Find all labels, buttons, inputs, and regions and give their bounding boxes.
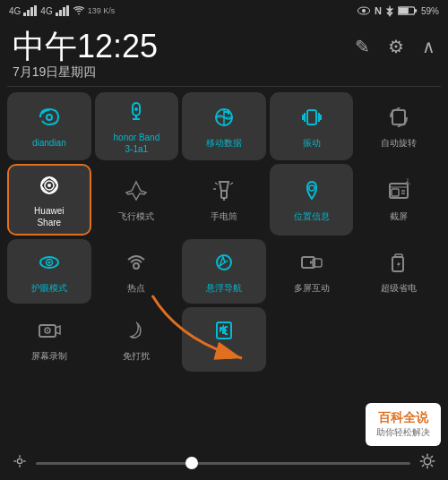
svg-point-51 [47, 261, 50, 264]
toggle-nfc[interactable]: NFC [182, 307, 266, 372]
vibrate-label: 振动 [303, 137, 321, 149]
airplane-icon [123, 178, 150, 207]
screenshot-label: 截屏 [390, 210, 408, 222]
toggle-honor-band[interactable]: honor Band3-1a1 [95, 92, 179, 160]
brightness-bar [0, 453, 448, 473]
toggle-eye-comfort[interactable]: 护眼模式 [7, 239, 91, 304]
honor-band-label: honor Band3-1a1 [114, 132, 160, 155]
svg-rect-7 [66, 5, 69, 16]
signal-4g-1: 4G [9, 6, 21, 16]
vibrate-icon [298, 105, 325, 133]
screen-record-icon [36, 318, 63, 347]
honor-band-icon [123, 99, 150, 128]
signal-bars-1 [23, 5, 38, 16]
huawei-share-label: HuaweiShare [34, 205, 64, 228]
svg-point-72 [17, 459, 22, 463]
brightness-track[interactable] [36, 462, 410, 465]
nfc-label: NFC [215, 350, 234, 362]
toggle-dnd[interactable]: 免打扰 [95, 307, 179, 372]
current-date: 7月19日星期四 [13, 64, 158, 81]
nfc-status-icon: N [375, 5, 382, 16]
airplane-label: 飞行模式 [118, 210, 154, 222]
baike-popup[interactable]: 百科全说 助你轻松解决 [366, 403, 441, 446]
baike-title: 百科全说 [376, 410, 430, 426]
toggle-airplane[interactable]: 飞行模式 [95, 164, 179, 236]
svg-rect-6 [63, 7, 65, 16]
auto-rotate-icon [385, 105, 412, 133]
svg-rect-5 [59, 10, 62, 16]
signal-bars-2 [56, 5, 70, 16]
toggle-mobile-data[interactable]: 移动数据 [182, 92, 266, 160]
svg-line-83 [431, 465, 433, 467]
brightness-max-icon [419, 453, 435, 473]
location-icon [298, 178, 325, 207]
eye-comfort-label: 护眼模式 [31, 282, 67, 294]
svg-rect-3 [34, 5, 37, 16]
toggle-flashlight[interactable]: 手电筒 [182, 164, 266, 236]
time-right-controls: ✎ ⚙ ∧ [355, 29, 435, 57]
toggle-huawei-share[interactable]: HuaweiShare [7, 164, 91, 236]
toggle-location[interactable]: 位置信息 [270, 164, 354, 236]
mobile-data-label: 移动数据 [206, 137, 242, 149]
svg-point-13 [47, 115, 52, 120]
svg-rect-1 [27, 10, 30, 16]
quick-toggles-grid: diandian honor Band3-1a1 移动数据 [0, 87, 448, 377]
brightness-min-icon [13, 454, 27, 472]
flashlight-icon [211, 178, 237, 207]
dnd-icon [123, 318, 150, 347]
floating-nav-label: 悬浮导航 [206, 282, 242, 294]
diandian-icon [36, 105, 63, 133]
eye-comfort-icon [36, 250, 63, 279]
toggle-screen-record[interactable]: 屏幕录制 [7, 307, 91, 372]
status-right: N 59% [357, 4, 439, 17]
svg-point-15 [134, 107, 138, 111]
huawei-share-icon [36, 173, 63, 201]
diandian-label: diandian [32, 137, 66, 149]
svg-rect-34 [221, 191, 227, 198]
svg-rect-2 [30, 7, 33, 16]
auto-rotate-label: 自动旋转 [381, 137, 417, 149]
speed-label: 139 K/s [88, 6, 116, 15]
status-left: 4G 4G 139 K/s [9, 5, 115, 16]
signal-4g-2: 4G [40, 6, 52, 16]
svg-line-85 [422, 465, 424, 467]
eye-status-icon [357, 5, 371, 16]
hotspot-icon [123, 250, 150, 279]
edit-icon[interactable]: ✎ [355, 36, 370, 57]
collapse-icon[interactable]: ∧ [422, 36, 435, 57]
floating-nav-icon [211, 250, 237, 279]
time-area: 中午12:25 7月19日星期四 ✎ ⚙ ∧ [0, 21, 448, 86]
svg-rect-12 [399, 8, 409, 14]
svg-marker-63 [56, 326, 60, 334]
svg-point-65 [47, 330, 48, 331]
svg-rect-11 [415, 9, 418, 12]
settings-icon[interactable]: ⚙ [388, 36, 404, 57]
svg-point-40 [309, 185, 314, 191]
svg-point-52 [134, 263, 139, 269]
toggle-screenshot[interactable]: 截屏 [357, 164, 441, 236]
battery-status-icon [398, 5, 418, 16]
toggle-super-save[interactable]: 超级省电 [357, 239, 441, 304]
nfc-icon [211, 318, 237, 347]
svg-rect-23 [307, 110, 316, 124]
super-save-icon [385, 250, 412, 279]
toggle-multi-screen[interactable]: 多屏互动 [270, 239, 354, 304]
screenshot-icon [385, 178, 412, 207]
wifi-icon [73, 5, 85, 16]
svg-line-84 [431, 456, 433, 458]
toggle-hotspot[interactable]: 热点 [95, 239, 179, 304]
brightness-thumb[interactable] [185, 457, 198, 469]
svg-marker-35 [220, 182, 228, 191]
screen-record-label: 屏幕录制 [31, 350, 67, 362]
toggle-diandian[interactable]: diandian [7, 92, 91, 160]
toggle-floating-nav[interactable]: 悬浮导航 [182, 239, 266, 304]
dnd-label: 免打扰 [123, 350, 150, 362]
toggle-auto-rotate[interactable]: 自动旋转 [357, 92, 441, 160]
flashlight-label: 手电筒 [211, 210, 237, 222]
baike-subtitle: 助你轻松解决 [376, 426, 430, 439]
super-save-label: 超级省电 [381, 282, 417, 294]
mobile-data-icon [211, 105, 237, 133]
hotspot-label: 热点 [127, 282, 145, 294]
svg-rect-28 [392, 110, 405, 124]
toggle-vibrate[interactable]: 振动 [270, 92, 354, 160]
